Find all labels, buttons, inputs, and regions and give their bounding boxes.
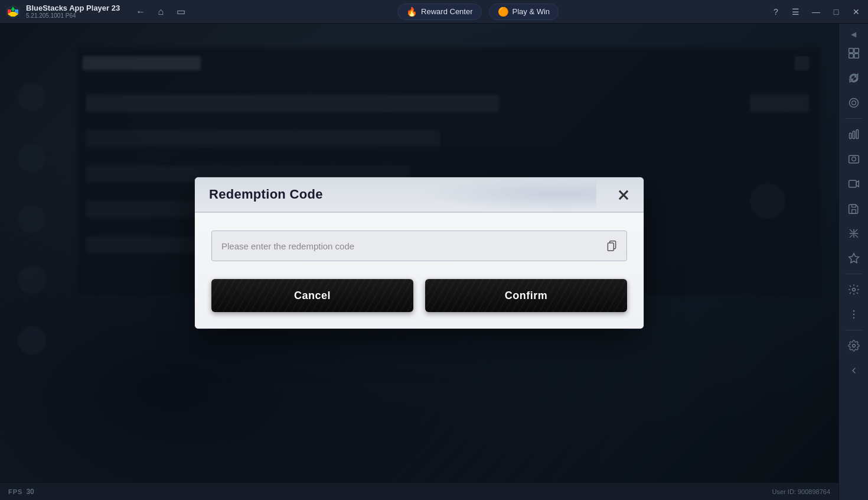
svg-point-11 <box>849 99 858 108</box>
sidebar-icon-record[interactable] <box>843 173 865 195</box>
play-win-button[interactable]: 🟠 Play & Win <box>489 4 559 20</box>
minimize-button[interactable]: — <box>807 2 825 21</box>
sidebar-icon-sync[interactable] <box>843 67 865 89</box>
right-sidebar: ◀ <box>838 24 868 500</box>
titlebar-center: 🔥 Reward Center 🟠 Play & Win <box>397 4 559 20</box>
sidebar-divider-2 <box>845 274 863 274</box>
sidebar-divider-1 <box>845 118 863 119</box>
titlebar-nav: ← ⌂ ▭ <box>132 3 190 21</box>
svg-rect-16 <box>849 155 859 163</box>
user-id-display: User ID: 900898764 <box>772 488 830 495</box>
sidebar-icon-arrow-left[interactable] <box>843 359 865 382</box>
maximize-button[interactable]: □ <box>827 2 846 21</box>
confirm-button[interactable]: Confirm <box>425 279 627 312</box>
sidebar-icon-leaderboard[interactable] <box>843 123 865 145</box>
menu-button[interactable]: ☰ <box>787 2 805 21</box>
reward-center-label: Reward Center <box>421 7 472 16</box>
sidebar-icon-favorite[interactable] <box>843 247 865 270</box>
fps-value: 30 <box>26 488 34 496</box>
play-win-label: Play & Win <box>513 7 550 16</box>
titlebar-right: ? ☰ — □ ✕ <box>766 2 868 21</box>
svg-point-25 <box>852 345 855 348</box>
code-input-wrapper <box>211 230 627 261</box>
svg-rect-7 <box>849 48 853 53</box>
windows-button[interactable]: ▭ <box>172 3 190 21</box>
svg-rect-9 <box>849 54 853 59</box>
svg-point-21 <box>852 288 855 291</box>
bluestacks-logo <box>5 4 21 20</box>
paste-icon-button[interactable] <box>603 238 620 254</box>
sidebar-icon-resize[interactable] <box>843 222 865 245</box>
app-title-block: BlueStacks App Player 23 5.21.205.1001 P… <box>26 4 120 20</box>
close-x-icon <box>616 188 631 202</box>
app-version: 5.21.205.1001 P64 <box>26 12 120 20</box>
sidebar-icon-screenshot[interactable] <box>843 148 865 170</box>
svg-rect-10 <box>854 54 859 59</box>
sidebar-collapse-button[interactable]: ◀ <box>849 30 859 39</box>
coin-icon: 🟠 <box>498 7 509 17</box>
svg-rect-6 <box>608 243 614 251</box>
modal-close-button[interactable] <box>613 184 634 206</box>
statusbar: FPS 30 User ID: 900898764 <box>0 482 838 500</box>
flame-icon: 🔥 <box>406 7 417 17</box>
svg-point-23 <box>853 314 854 316</box>
fps-label: FPS <box>8 488 22 495</box>
svg-point-24 <box>853 317 854 319</box>
help-button[interactable]: ? <box>766 2 785 21</box>
titlebar-left: BlueStacks App Player 23 5.21.205.1001 P… <box>0 3 190 21</box>
sidebar-icon-multiinstance[interactable] <box>843 42 865 64</box>
back-button[interactable]: ← <box>132 3 149 21</box>
sidebar-divider-3 <box>845 330 863 330</box>
modal-title: Redemption Code <box>209 187 323 202</box>
modal-buttons: Cancel Confirm <box>211 279 627 312</box>
sidebar-icon-save[interactable] <box>843 197 865 220</box>
svg-rect-15 <box>856 130 858 139</box>
sidebar-icon-gear[interactable] <box>843 335 865 357</box>
sidebar-icon-settings[interactable] <box>843 278 865 301</box>
svg-rect-13 <box>849 133 851 138</box>
app-title: BlueStacks App Player 23 <box>26 4 120 13</box>
sidebar-icon-more[interactable] <box>843 303 865 326</box>
reward-center-button[interactable]: 🔥 Reward Center <box>397 4 481 20</box>
redemption-code-input[interactable] <box>211 230 627 261</box>
cancel-button[interactable]: Cancel <box>211 279 413 312</box>
svg-point-17 <box>851 157 856 161</box>
modal-header: Redemption Code <box>195 177 644 213</box>
modal-body: Cancel Confirm <box>195 213 644 329</box>
sidebar-icon-realme[interactable] <box>843 92 865 114</box>
svg-rect-8 <box>854 48 859 53</box>
home-button[interactable]: ⌂ <box>152 3 169 21</box>
close-button[interactable]: ✕ <box>847 2 866 21</box>
game-area: Redemption Code <box>0 24 838 482</box>
svg-rect-19 <box>851 210 856 214</box>
fps-display: FPS 30 <box>8 488 34 496</box>
modal-overlay: Redemption Code <box>0 24 838 482</box>
titlebar: BlueStacks App Player 23 5.21.205.1001 P… <box>0 0 868 24</box>
svg-point-12 <box>851 101 856 105</box>
redemption-code-modal: Redemption Code <box>195 177 644 329</box>
svg-rect-18 <box>849 180 856 187</box>
svg-rect-14 <box>853 131 854 139</box>
svg-point-22 <box>853 310 854 312</box>
